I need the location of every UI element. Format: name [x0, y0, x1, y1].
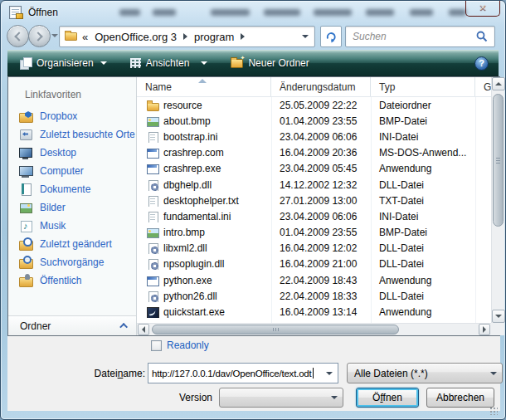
file-row-intro.bmp[interactable]: intro.bmp 01.04.2009 23:55 BMP-Datei [137, 225, 491, 241]
chevron-up-icon[interactable] [119, 323, 128, 331]
new-folder-button[interactable]: Neuer Ordner [223, 53, 316, 73]
file-row-dbghelp.dll[interactable]: dbghelp.dll 14.12.2002 12:32 DLL-Datei [137, 177, 491, 193]
file-type: INI-Datei [371, 211, 475, 222]
address-dropdown-button[interactable] [296, 27, 314, 46]
file-row-python.exe[interactable]: python.exe 22.04.2009 18:43 Anwendung [137, 272, 491, 288]
file-row-python26.dll[interactable]: python26.dll 22.04.2009 18:33 DLL-Datei [137, 288, 491, 304]
sidebar-item-musik[interactable]: Musik [8, 217, 136, 235]
file-row-desktophelper.txt[interactable]: desktophelper.txt 27.01.2009 13:00 TXT-D… [137, 193, 491, 208]
sidebar-item-label: Bilder [40, 202, 66, 213]
close-button[interactable]: ✕ [465, 1, 500, 17]
file-type: DLL-Datei [371, 291, 475, 302]
filename-value: http://127.0.0.1/dav/OpenOffice/text.odt [148, 369, 312, 378]
sidebar: Linkfavoriten Dropbox Zuletzt besuchte O… [8, 77, 137, 335]
sidebar-item-label: Desktop [40, 147, 76, 159]
sidebar-item--ffentlich[interactable]: Öffentlich [8, 271, 136, 290]
resize-grip[interactable] [490, 408, 498, 415]
sidebar-item-computer[interactable]: Computer [8, 162, 136, 180]
file-type: TXT-Datei [371, 195, 475, 207]
sidebar-items: Dropbox Zuletzt besuchte Orte Desktop Co… [8, 107, 136, 290]
filename-input[interactable]: http://127.0.0.1/dav/OpenOffice/text.odt [148, 363, 338, 383]
breadcrumb[interactable]: « OpenOffice.org 3 program [59, 26, 315, 47]
file-row-libxml2.dll[interactable]: libxml2.dll 16.04.2009 12:02 DLL-Datei [137, 241, 491, 256]
quickstart-icon [147, 306, 158, 318]
sidebar-item-bilder[interactable]: Bilder [8, 198, 136, 217]
file-row-bootstrap.ini[interactable]: bootstrap.ini 23.04.2009 06:06 INI-Datei [137, 129, 491, 144]
dll-icon [147, 242, 158, 254]
column-header-type[interactable]: Typ [371, 77, 475, 96]
close-icon: ✕ [479, 2, 486, 12]
recent-places-icon [19, 128, 32, 141]
search-box[interactable] [345, 26, 495, 47]
horizontal-scrollbar[interactable] [137, 323, 491, 335]
readonly-label[interactable]: Readonly [167, 339, 209, 351]
file-row-quickstart.exe[interactable]: quickstart.exe 16.04.2009 13:14 Anwendun… [137, 304, 491, 320]
dll-icon [147, 258, 158, 270]
views-button[interactable]: Ansichten [123, 53, 216, 73]
text-icon [147, 131, 158, 143]
sidebar-header: Linkfavoriten [8, 85, 136, 107]
file-row-npsoplugin.dll[interactable]: npsoplugin.dll 16.04.2009 21:00 DLL-Date… [137, 256, 491, 272]
breadcrumb-separator-icon[interactable] [183, 33, 187, 40]
column-header-name[interactable]: Name [137, 77, 271, 96]
dll-icon [147, 179, 158, 191]
dropbox-folder-icon [19, 110, 32, 123]
scroll-right-button[interactable] [479, 324, 490, 335]
scroll-left-button[interactable] [138, 324, 149, 335]
chevron-down-icon [201, 61, 207, 65]
filetype-select[interactable]: Alle Dateien (*.*) [347, 363, 503, 383]
sidebar-item-zuletzt-ge-ndert[interactable]: Zuletzt geändert [8, 235, 136, 253]
search-icon[interactable] [476, 31, 488, 42]
public-folder-icon [19, 274, 32, 287]
searches-icon [19, 256, 32, 269]
file-name: crashrep.com [163, 147, 224, 159]
organize-button[interactable]: Organisieren [12, 53, 114, 73]
filename-label: Dateiname: [57, 368, 145, 379]
chevron-right-icon [483, 326, 486, 333]
breadcrumb-segment-openoffice[interactable]: OpenOffice.org 3 [95, 31, 177, 43]
ordner-label: Ordner [20, 320, 51, 332]
history-chevron-icon[interactable] [51, 34, 58, 37]
breadcrumb-segment-program[interactable]: program [194, 31, 234, 43]
version-select[interactable] [219, 388, 343, 408]
filename-dropdown-button[interactable] [321, 364, 338, 383]
back-button[interactable] [7, 25, 29, 47]
sidebar-item-zuletzt-besuchte-orte[interactable]: Zuletzt besuchte Orte [8, 125, 136, 144]
filetype-dropdown-button[interactable] [485, 364, 502, 383]
file-type: DLL-Datei [371, 242, 475, 254]
file-row-crashrep.com[interactable]: crashrep.com 16.04.2009 20:36 MS-DOS-Anw… [137, 145, 491, 161]
file-type: Anwendung [371, 306, 475, 318]
scroll-up-button[interactable] [492, 77, 505, 90]
sidebar-item-desktop[interactable]: Desktop [8, 144, 136, 162]
title-bar[interactable]: Öffnen ✕ [1, 1, 505, 24]
computer-icon [19, 164, 32, 178]
file-name: desktophelper.txt [163, 195, 239, 207]
file-row-resource[interactable]: resource 25.05.2009 22:22 Dateiordner [137, 97, 491, 113]
search-input[interactable] [346, 31, 476, 42]
scroll-down-button[interactable] [492, 310, 505, 323]
file-row-about.bmp[interactable]: about.bmp 01.04.2009 23:55 BMP-Datei [137, 113, 491, 129]
column-header-date[interactable]: Änderungsdatum [271, 77, 371, 96]
readonly-checkbox[interactable] [151, 340, 162, 351]
open-button[interactable]: Öffnen [356, 388, 419, 408]
sidebar-item-dokumente[interactable]: Dokumente [8, 180, 136, 198]
vertical-scrollbar[interactable] [491, 77, 504, 323]
text-caret [313, 368, 314, 378]
help-button[interactable]: ? [474, 56, 489, 71]
sidebar-item-suchvorg-nge[interactable]: Suchvorgänge [8, 253, 136, 271]
refresh-button[interactable] [320, 26, 342, 47]
file-date: 14.12.2002 12:32 [271, 179, 371, 191]
breadcrumb-separator-icon[interactable] [241, 33, 245, 40]
horizontal-scroll-thumb[interactable] [152, 325, 399, 335]
sidebar-item-dropbox[interactable]: Dropbox [8, 107, 136, 125]
file-row-fundamental.ini[interactable]: fundamental.ini 23.04.2009 06:06 INI-Dat… [137, 208, 491, 224]
version-dropdown-button[interactable] [326, 388, 343, 407]
vertical-scroll-thumb[interactable] [493, 94, 504, 227]
sidebar-footer-ordner[interactable]: Ordner [8, 315, 136, 335]
forward-button[interactable] [28, 25, 51, 47]
file-row-crashrep.exe[interactable]: crashrep.exe 23.04.2009 05:45 Anwendung [137, 161, 491, 177]
cancel-button[interactable]: Abbrechen [426, 388, 494, 408]
file-date: 16.04.2009 20:36 [271, 147, 371, 159]
breadcrumb-overflow[interactable]: « [82, 31, 88, 43]
column-header-size[interactable]: G [475, 77, 491, 96]
